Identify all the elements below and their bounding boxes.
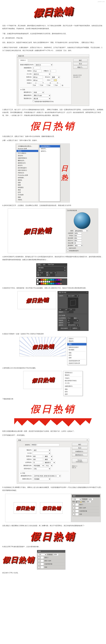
align-pixel-checkbox[interactable]: 使新建对象与像素网格对齐(A) <box>33 100 54 102</box>
swatch[interactable] <box>37 279 38 281</box>
layer-row[interactable]: 矢量智能对象 <box>72 510 99 513</box>
menu-item[interactable]: SVG 滤镜(G) <box>17 152 38 154</box>
swatch[interactable] <box>41 279 42 281</box>
layer-row[interactable]: 背景 <box>72 513 99 516</box>
menu-item[interactable]: 风格化 <box>17 198 38 201</box>
material-preview-sphere[interactable] <box>74 212 90 229</box>
tab-character[interactable]: 字符 <box>36 264 41 266</box>
swatch[interactable] <box>48 283 50 284</box>
more-options-button[interactable]: 更多选项(M) <box>59 327 70 330</box>
blend-mode-select-2[interactable]: 正常 <box>38 554 47 556</box>
ps-name-input[interactable] <box>31 444 59 446</box>
ps-mode-select[interactable]: RGB 颜色 <box>33 464 44 467</box>
perspective-input[interactable] <box>67 311 73 313</box>
ps-ok-button[interactable]: 确定 <box>72 443 87 446</box>
tracking-input[interactable] <box>49 274 55 276</box>
ps-size-select[interactable] <box>33 452 51 454</box>
menu-item[interactable]: 视频 <box>17 196 38 198</box>
menu-item[interactable]: 裁剪标记(O) <box>17 162 38 164</box>
ps-width-input[interactable] <box>33 455 43 458</box>
ps-save-preset-button[interactable]: 存储预设(S)... <box>72 450 87 453</box>
map-art-button[interactable]: 贴图(A)... <box>71 327 80 330</box>
menu-item[interactable]: 像素化 <box>17 179 38 181</box>
swatch[interactable] <box>37 281 38 282</box>
bleed-top-input[interactable] <box>33 84 39 86</box>
swatch[interactable] <box>39 283 40 284</box>
menu-item[interactable]: 风格化(S) <box>17 172 38 174</box>
context-menu-item[interactable]: 隔离选定的路径 <box>67 346 86 348</box>
swatch[interactable] <box>58 283 60 284</box>
visibility-eye-icon[interactable] <box>38 557 40 558</box>
layer-row[interactable]: 图层 1 副本 <box>38 559 65 562</box>
close-icon[interactable]: ✕ <box>87 439 88 441</box>
preview-select[interactable]: 默认值 <box>33 97 51 100</box>
swatch[interactable] <box>42 283 44 284</box>
layer-row[interactable]: 图层 2 <box>38 556 65 559</box>
panel-menu-icon[interactable]: ≡ <box>87 292 87 294</box>
menu-item[interactable]: 纹理 <box>17 191 38 194</box>
visibility-eye-icon[interactable] <box>73 514 74 515</box>
ps-bit-select[interactable]: 8 位 <box>45 464 53 467</box>
layer-row[interactable]: 图层 1 副本 <box>72 506 99 510</box>
swatch[interactable] <box>44 283 46 284</box>
context-menu-item[interactable]: 选择 <box>64 393 83 396</box>
orient-portrait-icon[interactable] <box>51 79 53 82</box>
submenu-item[interactable]: 凸出和斜角(E)... <box>39 145 60 148</box>
leading-select[interactable]: 自动 <box>49 272 57 274</box>
ps-width-unit[interactable]: 像素 <box>44 455 53 458</box>
ambient-input[interactable] <box>74 235 82 237</box>
menu-item[interactable]: 文档栅格效果设置(D)... <box>17 145 38 148</box>
font-style-select[interactable]: Bold <box>37 269 66 271</box>
swatch[interactable] <box>52 283 54 284</box>
ps-height-input[interactable] <box>33 458 43 461</box>
highlight-intensity-input[interactable] <box>74 237 82 239</box>
swatch[interactable] <box>56 281 58 282</box>
swatch[interactable] <box>56 283 58 284</box>
swatch[interactable] <box>60 281 62 282</box>
context-menu-item[interactable]: 创建轮廓(O) <box>64 385 83 388</box>
swatch[interactable] <box>54 281 56 282</box>
swatch[interactable] <box>41 281 42 282</box>
hidden-surface-checkbox[interactable]: 绘制隐藏表面(H) <box>67 250 79 252</box>
menu-item[interactable]: 路径(P) <box>17 164 38 167</box>
menu-item[interactable]: 变形(W) <box>17 154 38 157</box>
visibility-eye-icon[interactable] <box>38 560 40 562</box>
bleed-left-input[interactable] <box>47 84 54 86</box>
artboards-input[interactable] <box>33 66 40 69</box>
ps-bg-select[interactable]: 白色 <box>33 468 51 470</box>
swatch[interactable] <box>48 281 50 282</box>
opacity-input-2[interactable] <box>53 554 59 556</box>
context-menu-item[interactable]: 添加到段落样式库 <box>67 360 86 362</box>
swatch[interactable] <box>52 279 54 281</box>
size-select[interactable]: [自定义] <box>33 73 51 75</box>
surface-select[interactable]: 塑料效果着色 <box>74 230 88 232</box>
menu-item[interactable]: Illustrator 效果 <box>17 148 38 150</box>
menu-item[interactable]: 栅格化(R)... <box>17 159 38 162</box>
cols-input[interactable] <box>50 70 56 72</box>
swatch[interactable] <box>44 279 46 281</box>
ps-res-unit[interactable]: 像素/英寸 <box>44 461 55 464</box>
ps-device-central-button[interactable]: Device Central(E)... <box>72 459 87 463</box>
fill-input[interactable] <box>86 501 91 503</box>
ps-delete-preset-button[interactable]: 删除预设(D)... <box>72 454 87 456</box>
submenu-item[interactable]: 旋转(O)... <box>39 150 60 152</box>
orient-landscape-icon[interactable] <box>54 79 57 81</box>
visibility-eye-icon[interactable] <box>38 566 40 568</box>
swatch[interactable] <box>50 281 52 282</box>
tab-opentype[interactable]: OpenType <box>47 264 55 266</box>
context-menu-item[interactable]: 还原(U) <box>67 338 86 340</box>
layer-row[interactable]: 矢量智能对象 <box>38 562 65 566</box>
spacing-input[interactable] <box>33 70 42 72</box>
visibility-eye-icon[interactable] <box>73 504 74 506</box>
swatch[interactable] <box>46 283 48 284</box>
context-menu-item[interactable]: 还原移动(U) <box>64 372 83 374</box>
swatch[interactable] <box>54 279 56 281</box>
menu-item[interactable]: Photoshop 效果 <box>17 174 38 176</box>
layer-row[interactable]: 背景 <box>38 566 65 569</box>
blend-mode-select[interactable]: 正常 <box>72 498 81 500</box>
swatch[interactable] <box>58 279 60 281</box>
ps-pixelratio-select[interactable]: 方形像素 <box>33 478 51 480</box>
layer-row[interactable]: 图层 2 <box>72 503 99 506</box>
bevel-select[interactable]: 无 <box>67 320 79 322</box>
swatch[interactable] <box>46 279 48 281</box>
